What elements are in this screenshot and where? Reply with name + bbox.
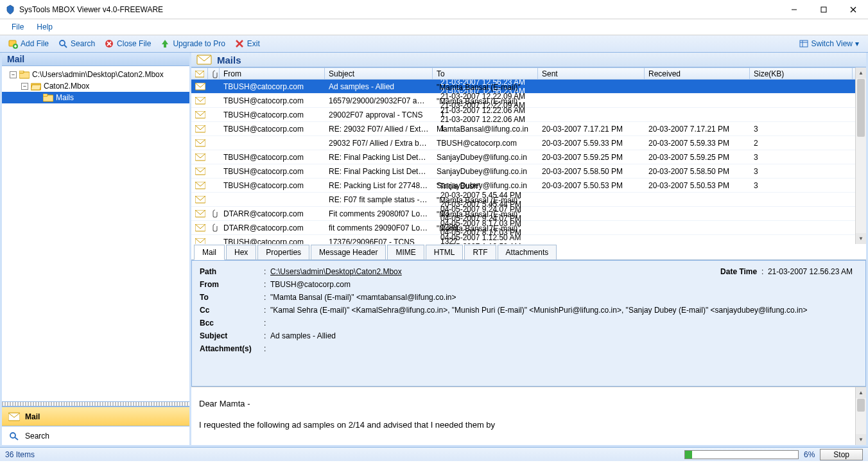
- mail-row[interactable]: TBUSH@catocorp.comRE: Final Packing List…: [191, 150, 855, 164]
- cell-sent: 04-05-2007 1.12.50 AM: [437, 233, 538, 242]
- tree-toggle-icon[interactable]: −: [21, 83, 28, 90]
- detail-datetime: Date Time : 21-03-2007 12.56.23 AM: [720, 267, 853, 276]
- column-received[interactable]: Received: [645, 68, 750, 79]
- cell-from: DTARR@catocorp.com: [220, 209, 325, 218]
- attachment-icon: [208, 223, 220, 232]
- exit-button[interactable]: Exit: [230, 37, 264, 50]
- cell-sent: 20-03-2007 7.17.21 PM: [538, 125, 645, 134]
- cell-received: 20-03-2007 7.17.21 PM: [645, 125, 750, 134]
- attachment-icon: [208, 209, 220, 218]
- column-attachment[interactable]: [208, 68, 220, 79]
- column-subject[interactable]: Subject: [325, 68, 433, 79]
- scroll-up-icon[interactable]: ▲: [856, 387, 866, 398]
- cell-received: 20-03-2007 5.58.50 PM: [645, 167, 750, 176]
- scroll-up-icon[interactable]: ▲: [856, 67, 866, 78]
- cell-received: 04-05-2007 1.12.50 AM: [437, 242, 538, 245]
- subject-value: Ad samples - Allied: [270, 331, 336, 340]
- scroll-down-icon[interactable]: ▼: [856, 233, 866, 244]
- cell-sent: 20-03-2007 5.50.53 PM: [538, 181, 645, 190]
- tree-toggle-icon[interactable]: −: [10, 71, 17, 78]
- mail-icon: [191, 238, 208, 245]
- menu-file[interactable]: File: [5, 21, 30, 33]
- mail-icon: [191, 224, 208, 232]
- folder-icon: [43, 94, 53, 102]
- body-scrollbar[interactable]: ▲ ▼: [855, 387, 866, 445]
- mail-row[interactable]: 29032 F07/ Allied / Extra butt...TBUSH@c…: [191, 136, 855, 150]
- grid-scrollbar[interactable]: ▲ ▼: [855, 67, 866, 244]
- tab-hex[interactable]: Hex: [226, 245, 256, 259]
- cell-size: 3: [750, 125, 853, 134]
- mail-icon: [191, 111, 208, 119]
- tab-attachments[interactable]: Attachments: [498, 245, 557, 259]
- close-button[interactable]: [838, 0, 868, 19]
- close-file-label: Close File: [117, 39, 151, 48]
- cell-sent: 20-03-2007 5.59.25 PM: [538, 153, 645, 162]
- upgrade-button[interactable]: Upgrade to Pro: [156, 37, 229, 50]
- column-sent[interactable]: Sent: [538, 68, 645, 79]
- svg-rect-22: [43, 94, 48, 96]
- content: Mail − C:\Users\admin\Desktop\Caton2.Mbo…: [0, 53, 868, 447]
- menubar: File Help: [0, 19, 868, 35]
- cell-subject: fit comments 29090F07 Lovec...: [325, 223, 433, 232]
- column-to[interactable]: To: [433, 68, 538, 79]
- tree-folder-mails[interactable]: Mails: [2, 92, 189, 103]
- mail-icon: [191, 125, 208, 133]
- tab-rtf[interactable]: RTF: [464, 245, 496, 259]
- add-file-button[interactable]: Add File: [4, 37, 53, 50]
- sidebar-splitter[interactable]: [2, 401, 189, 406]
- path-value[interactable]: C:\Users\admin\Desktop\Caton2.Mbox: [270, 267, 402, 276]
- tab-html[interactable]: HTML: [426, 245, 464, 259]
- column-icon[interactable]: [191, 68, 208, 79]
- cell-to: "Mamta Bansal (E-mail)" 04-05-2007 1.12.…: [433, 224, 538, 245]
- cell-subject: RE: Final Packing List Detail f...: [325, 167, 433, 176]
- mail-row[interactable]: TBUSH@catocorp.comRE: 29032 F07/ Allied …: [191, 122, 855, 136]
- cell-from: DTARR@catocorp.com: [220, 223, 325, 232]
- tab-mime[interactable]: MIME: [387, 245, 424, 259]
- tab-properties[interactable]: Properties: [257, 245, 309, 259]
- mail-details: Date Time : 21-03-2007 12.56.23 AM Path:…: [191, 260, 866, 387]
- main-pane: Mails From Subject To Sent Received Size…: [191, 53, 866, 445]
- cell-subject: RE: F07 fit sample status - All...: [325, 195, 433, 204]
- window-controls: [779, 0, 868, 19]
- svg-line-25: [15, 437, 18, 440]
- scroll-thumb[interactable]: [857, 79, 865, 137]
- sidebar-tab-search[interactable]: Search: [2, 426, 189, 445]
- progress-bar: [684, 450, 799, 459]
- status-items: 36 Items: [5, 450, 35, 459]
- column-size[interactable]: Size(KB): [750, 68, 853, 79]
- grid-body: TBUSH@catocorp.comAd samples - Allied"Ma…: [191, 80, 855, 244]
- cell-received: 20-03-2007 5.59.25 PM: [645, 153, 750, 162]
- mail-row[interactable]: TBUSH@catocorp.comRE: Final Packing List…: [191, 164, 855, 179]
- cell-from: TBUSH@catocorp.com: [220, 181, 325, 190]
- scroll-thumb[interactable]: [857, 399, 865, 412]
- tab-mail[interactable]: Mail: [194, 245, 225, 260]
- switch-view-button[interactable]: Switch View ▾: [795, 37, 863, 50]
- tab-message-header[interactable]: Message Header: [311, 245, 386, 259]
- cell-sent: 21-03-2007 12.22.06 AM: [437, 106, 538, 115]
- svg-point-8: [60, 40, 65, 46]
- mail-row[interactable]: TBUSH@catocorp.com17376/29096F07 - TCNS"…: [191, 235, 855, 244]
- close-file-button[interactable]: Close File: [100, 37, 155, 50]
- attachments-label: Attachment(s): [200, 344, 264, 353]
- minimize-button[interactable]: [779, 0, 809, 19]
- switch-view-label: Switch View: [812, 39, 853, 48]
- sidebar-tab-mail[interactable]: Mail: [2, 406, 189, 426]
- scroll-down-icon[interactable]: ▼: [856, 434, 866, 445]
- cell-subject: 29032 F07/ Allied / Extra butt...: [325, 139, 433, 148]
- tree-file-label: Caton2.Mbox: [44, 82, 89, 91]
- tree-root[interactable]: − C:\Users\admin\Desktop\Caton2.Mbox: [2, 69, 189, 80]
- cell-sent: 20-03-2007 5.58.50 PM: [538, 167, 645, 176]
- exit-label: Exit: [247, 39, 260, 48]
- chevron-down-icon: ▾: [855, 39, 859, 48]
- mail-row[interactable]: TBUSH@catocorp.com29002F07 approval - TC…: [191, 108, 855, 122]
- stop-button[interactable]: Stop: [820, 449, 863, 460]
- maximize-button[interactable]: [809, 0, 838, 19]
- subject-label: Subject: [200, 331, 264, 340]
- search-button[interactable]: Search: [54, 37, 99, 50]
- detail-tabstrip: Mail Hex Properties Message Header MIME …: [191, 244, 866, 260]
- menu-help[interactable]: Help: [30, 21, 59, 33]
- app-icon: [5, 4, 15, 15]
- column-from[interactable]: From: [220, 68, 325, 79]
- tree-file[interactable]: − Caton2.Mbox: [2, 80, 189, 92]
- cell-from: TBUSH@catocorp.com: [220, 82, 325, 91]
